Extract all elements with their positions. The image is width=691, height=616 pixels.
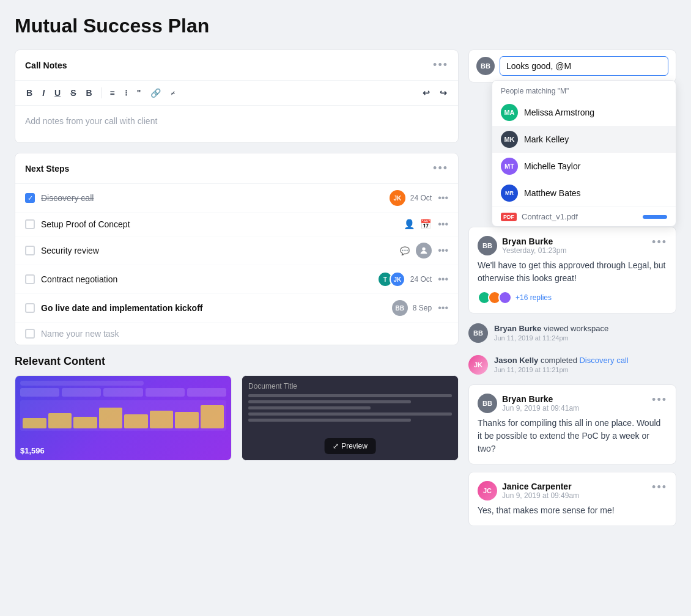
- task-more-1[interactable]: •••: [438, 193, 448, 204]
- user-avatar: BB: [476, 57, 495, 75]
- doc-line-4: [248, 413, 452, 416]
- bold2-button[interactable]: B: [82, 86, 95, 100]
- attachment-name: Contract_v1.pdf: [522, 212, 578, 221]
- activity-card-2: BB Bryan Burke Jun 9, 2019 at 09:41am ••…: [468, 384, 676, 464]
- bar-2: [48, 413, 72, 428]
- preview-button[interactable]: ⤢ Preview: [324, 438, 376, 454]
- ordered-list-button[interactable]: ≡: [106, 86, 119, 100]
- activity-avatar-jc: JC: [478, 481, 497, 501]
- task-label-2: Setup Proof of Concept: [41, 219, 397, 229]
- content-card-document[interactable]: Document Title ⤢ Preview: [242, 375, 459, 461]
- italic-button[interactable]: I: [39, 86, 48, 100]
- content-card-dashboard[interactable]: $1,596: [15, 375, 232, 461]
- task-checkbox-2[interactable]: [25, 219, 35, 229]
- task-more-2[interactable]: •••: [438, 219, 448, 230]
- attachment-info: PDF Contract_v1.pdf: [501, 212, 578, 221]
- task-checkbox-5[interactable]: [25, 303, 35, 313]
- activity-user-info-1: Bryan Burke Yesterday, 01:23pm: [502, 237, 566, 255]
- page-title: Mutual Success Plan: [15, 15, 676, 37]
- calendar-icon[interactable]: 📅: [420, 219, 432, 230]
- activity-more-3[interactable]: •••: [652, 481, 667, 494]
- activity-body-3: Yes, that makes more sense for me!: [478, 504, 667, 517]
- assign-icon[interactable]: 👤: [404, 219, 415, 230]
- activity-user-row-2: BB Bryan Burke Jun 9, 2019 at 09:41am: [478, 394, 579, 413]
- link-button[interactable]: 🔗: [147, 86, 164, 100]
- avatar-5: BB: [392, 300, 408, 316]
- task-checkbox-4[interactable]: [25, 274, 35, 284]
- activity-body-1: We'll have to get this approved through …: [478, 259, 667, 285]
- dash-chart: [20, 400, 226, 431]
- log-link-jk[interactable]: Discovery call: [579, 356, 628, 365]
- bar-8: [201, 405, 224, 428]
- doc-preview: Document Title ⤢ Preview: [242, 376, 458, 460]
- dropdown-item-matthew[interactable]: MR Matthew Bates: [492, 180, 676, 207]
- code-button[interactable]: ⌿: [167, 86, 179, 100]
- underline-button[interactable]: U: [51, 86, 64, 100]
- dash-stat-4: [146, 388, 185, 397]
- doc-line-2: [248, 400, 411, 403]
- reply-count[interactable]: +16 replies: [515, 293, 552, 302]
- task-label-4: Contract negotiation: [41, 274, 371, 284]
- log-avatar-bb: BB: [468, 323, 488, 343]
- comment-input[interactable]: [500, 56, 668, 76]
- avatar-mark: MK: [501, 131, 518, 148]
- activity-more-2[interactable]: •••: [652, 394, 667, 406]
- next-steps-title: Next Steps: [25, 164, 69, 174]
- dropdown-item-melissa[interactable]: MA Melissa Armstrong: [492, 99, 676, 126]
- strikethrough-button[interactable]: S: [67, 86, 79, 100]
- comment-input-area: BB People matching "M" MA Melissa Armstr…: [468, 50, 676, 82]
- next-steps-more-icon[interactable]: •••: [433, 162, 448, 175]
- unordered-list-button[interactable]: ⁝: [121, 86, 131, 100]
- toolbar-sep-1: [101, 87, 102, 98]
- log-time-jk: Jun 11, 2019 at 11:21pm: [494, 366, 629, 373]
- task-checkbox-6[interactable]: [25, 329, 35, 339]
- call-notes-card: Call Notes ••• B I U S B ≡ ⁝ " 🔗 ⌿ ↩ ↪ A…: [15, 50, 459, 143]
- bold-button[interactable]: B: [23, 86, 36, 100]
- avatar-melissa: MA: [501, 104, 518, 121]
- task-item: Name your new task: [15, 323, 458, 345]
- avatar-stack-4: T JK: [377, 271, 405, 287]
- bar-6: [150, 411, 174, 428]
- person-name-melissa: Melissa Armstrong: [524, 108, 594, 117]
- task-checkbox-3[interactable]: [25, 246, 35, 255]
- activity-card-3: JC Janice Carpenter Jun 9, 2019 at 09:49…: [468, 472, 676, 526]
- task-checkbox-1[interactable]: [25, 193, 35, 203]
- task-item: Discovery call JK 24 Oct •••: [15, 184, 458, 213]
- log-text-bb: Bryan Burke viewed workspace: [494, 323, 608, 334]
- avatar-sr: [416, 243, 432, 258]
- activity-more-1[interactable]: •••: [652, 236, 667, 249]
- activity-name-2: Bryan Burke: [502, 394, 579, 404]
- task-more-4[interactable]: •••: [438, 274, 448, 285]
- redo-button[interactable]: ↪: [436, 86, 451, 100]
- dash-header: [20, 381, 144, 386]
- comment-icon[interactable]: 💬: [400, 246, 410, 255]
- dash-stats: [20, 388, 226, 397]
- activity-log-bryan: BB Bryan Burke viewed workspace Jun 11, …: [468, 321, 676, 345]
- activity-feed: BB Bryan Burke Yesterday, 01:23pm ••• We…: [468, 227, 676, 526]
- call-notes-title: Call Notes: [25, 61, 67, 70]
- activity-header-3: JC Janice Carpenter Jun 9, 2019 at 09:49…: [478, 481, 667, 501]
- doc-line-5: [248, 419, 411, 422]
- dropdown-item-mark[interactable]: MK Mark Kelley: [492, 126, 676, 153]
- dropdown-item-michelle[interactable]: MT Michelle Taylor: [492, 153, 676, 180]
- activity-user-info-2: Bryan Burke Jun 9, 2019 at 09:41am: [502, 394, 579, 413]
- log-content-jk: Jason Kelly completed Discovery call Jun…: [494, 355, 629, 373]
- next-steps-card: Next Steps ••• Discovery call JK 24 Oct …: [15, 153, 459, 345]
- task-list: Discovery call JK 24 Oct ••• Setup Proof…: [15, 184, 458, 345]
- log-text-jk: Jason Kelly completed Discovery call: [494, 355, 629, 366]
- dash-stat-5: [187, 388, 226, 397]
- log-content-bb: Bryan Burke viewed workspace Jun 11, 201…: [494, 323, 608, 342]
- activity-avatar-bb2: BB: [478, 394, 497, 413]
- dash-stat-1: [20, 388, 59, 397]
- avatar-jk-1: JK: [390, 190, 405, 206]
- price-tag: $1,596: [20, 446, 45, 455]
- call-notes-more-icon[interactable]: •••: [433, 59, 448, 72]
- task-label-6[interactable]: Name your new task: [41, 329, 448, 339]
- task-meta-2: 👤 📅: [404, 219, 432, 230]
- editor-body[interactable]: Add notes from your call with client: [15, 106, 458, 142]
- task-more-5[interactable]: •••: [438, 302, 448, 314]
- avatar-matthew: MR: [501, 185, 518, 202]
- quote-button[interactable]: ": [133, 86, 145, 100]
- task-more-3[interactable]: •••: [438, 245, 448, 256]
- undo-button[interactable]: ↩: [419, 86, 434, 100]
